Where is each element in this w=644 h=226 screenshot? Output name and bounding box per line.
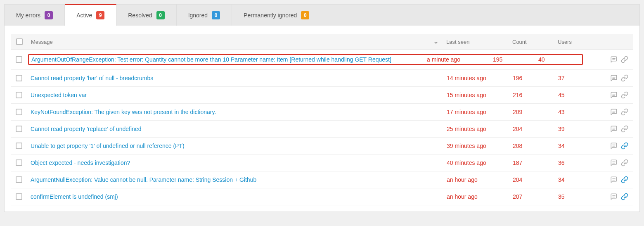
- tab-permanently-ignored[interactable]: Permanently ignored0: [232, 5, 321, 26]
- header-lastseen-label: Last seen: [446, 39, 469, 45]
- error-message-link[interactable]: Cannot read property 'replace' of undefi…: [31, 126, 141, 132]
- count-value: 209: [513, 109, 558, 115]
- table-row: KeyNotFoundException: The given key was …: [11, 104, 633, 121]
- header-message[interactable]: Message: [31, 39, 446, 45]
- row-checkbox[interactable]: [16, 56, 22, 63]
- tab-active[interactable]: Active9: [65, 4, 116, 26]
- count-value: 216: [513, 92, 558, 98]
- link-icon[interactable]: [621, 56, 628, 63]
- lastseen-value: 14 minutes ago: [447, 75, 513, 81]
- table-row: confirmElement is undefined (smj)an hour…: [11, 188, 633, 205]
- comment-icon[interactable]: [610, 159, 618, 167]
- table-row: ArgumentNullException: Value cannot be n…: [11, 171, 633, 188]
- error-message-link[interactable]: Unable to get property '1' of undefined …: [31, 143, 185, 149]
- count-value: 204: [513, 126, 558, 132]
- users-value: 34: [558, 176, 599, 183]
- count-value: 208: [513, 143, 558, 149]
- error-message-link[interactable]: KeyNotFoundException: The given key was …: [31, 109, 216, 115]
- highlighted-row-box: ArgumentOutOfRangeException: Test error:…: [28, 54, 583, 65]
- error-panel: My errors0Active9Resolved0Ignored0Perman…: [4, 4, 640, 212]
- table-row: Unable to get property '1' of undefined …: [11, 138, 633, 155]
- comment-icon[interactable]: [610, 193, 618, 200]
- header-users-label: Users: [558, 39, 572, 45]
- comment-icon[interactable]: [610, 108, 618, 116]
- count-value: 207: [513, 193, 558, 200]
- tab-count-badge: 0: [156, 11, 165, 19]
- users-value: 36: [558, 159, 599, 166]
- tab-label: My errors: [16, 12, 40, 19]
- count-value: 204: [513, 176, 558, 183]
- error-message-link[interactable]: ArgumentNullException: Value cannot be n…: [31, 176, 256, 183]
- comment-icon[interactable]: [610, 56, 618, 63]
- users-value: 39: [558, 126, 599, 132]
- table-row: Unexpected token var15 minutes ago21645: [11, 87, 633, 104]
- lastseen-value: an hour ago: [447, 193, 513, 200]
- error-message-link[interactable]: Cannot read property 'bar' of null - bre…: [31, 75, 153, 81]
- lastseen-value: 39 minutes ago: [447, 143, 513, 149]
- link-icon[interactable]: [621, 142, 628, 150]
- tab-label: Active: [76, 12, 92, 19]
- row-checkbox[interactable]: [16, 109, 22, 115]
- row-checkbox[interactable]: [16, 176, 22, 183]
- tab-count-badge: 0: [301, 11, 309, 19]
- tab-my-errors[interactable]: My errors0: [5, 5, 65, 26]
- content-area: Message Last seen Count Users ArgumentOu…: [5, 26, 639, 212]
- table-header-row: Message Last seen Count Users: [11, 34, 633, 50]
- row-checkbox[interactable]: [16, 143, 22, 149]
- tab-count-badge: 0: [212, 11, 220, 19]
- header-count[interactable]: Count: [512, 39, 558, 45]
- table-row: ArgumentOutOfRangeException: Test error:…: [11, 50, 633, 70]
- tab-count-badge: 0: [45, 11, 53, 19]
- lastseen-value: 40 minutes ago: [447, 159, 513, 166]
- error-message-link[interactable]: ArgumentOutOfRangeException: Test error:…: [31, 56, 391, 63]
- comment-icon[interactable]: [610, 91, 618, 99]
- table-row: Cannot read property 'replace' of undefi…: [11, 121, 633, 138]
- tab-count-badge: 9: [96, 11, 104, 19]
- tab-bar: My errors0Active9Resolved0Ignored0Perman…: [5, 5, 639, 26]
- users-value: 45: [558, 92, 599, 98]
- error-message-link[interactable]: Unexpected token var: [31, 92, 87, 98]
- users-value: 37: [558, 75, 599, 81]
- tab-ignored[interactable]: Ignored0: [177, 5, 232, 26]
- link-icon[interactable]: [621, 108, 628, 116]
- row-checkbox[interactable]: [16, 126, 22, 132]
- tab-label: Resolved: [128, 12, 152, 19]
- link-icon[interactable]: [621, 159, 628, 167]
- chevron-down-icon[interactable]: [433, 40, 439, 47]
- table-row: Cannot read property 'bar' of null - bre…: [11, 70, 633, 87]
- link-icon[interactable]: [621, 176, 628, 183]
- comment-icon[interactable]: [610, 176, 618, 183]
- header-message-label: Message: [31, 39, 53, 45]
- row-checkbox[interactable]: [16, 193, 22, 200]
- lastseen-value: 17 minutes ago: [447, 109, 513, 115]
- link-icon[interactable]: [621, 193, 628, 200]
- select-all-checkbox[interactable]: [16, 38, 23, 45]
- row-checkbox[interactable]: [16, 75, 22, 81]
- users-value: 43: [558, 109, 599, 115]
- count-value: 196: [513, 75, 558, 81]
- header-lastseen[interactable]: Last seen: [446, 39, 512, 45]
- link-icon[interactable]: [621, 125, 628, 133]
- header-users[interactable]: Users: [558, 39, 599, 45]
- row-checkbox[interactable]: [16, 159, 22, 166]
- comment-icon[interactable]: [610, 125, 618, 133]
- lastseen-value: a minute ago: [427, 56, 493, 63]
- lastseen-value: 15 minutes ago: [447, 92, 513, 98]
- tab-resolved[interactable]: Resolved0: [116, 5, 176, 26]
- link-icon[interactable]: [621, 91, 628, 99]
- error-message-link[interactable]: Object expected - needs investigation?: [31, 159, 130, 166]
- comment-icon[interactable]: [610, 74, 618, 82]
- link-icon[interactable]: [621, 74, 628, 82]
- users-value: 35: [558, 193, 599, 200]
- comment-icon[interactable]: [610, 142, 618, 150]
- row-checkbox[interactable]: [16, 92, 22, 98]
- count-value: 187: [513, 159, 558, 166]
- count-value: 195: [493, 56, 538, 63]
- error-message-link[interactable]: confirmElement is undefined (smj): [31, 193, 118, 200]
- lastseen-value: 25 minutes ago: [447, 126, 513, 132]
- table-row: Object expected - needs investigation?40…: [11, 155, 633, 171]
- tab-label: Ignored: [188, 12, 208, 19]
- users-value: 34: [558, 143, 599, 149]
- header-count-label: Count: [512, 39, 527, 45]
- tab-label: Permanently ignored: [244, 12, 297, 19]
